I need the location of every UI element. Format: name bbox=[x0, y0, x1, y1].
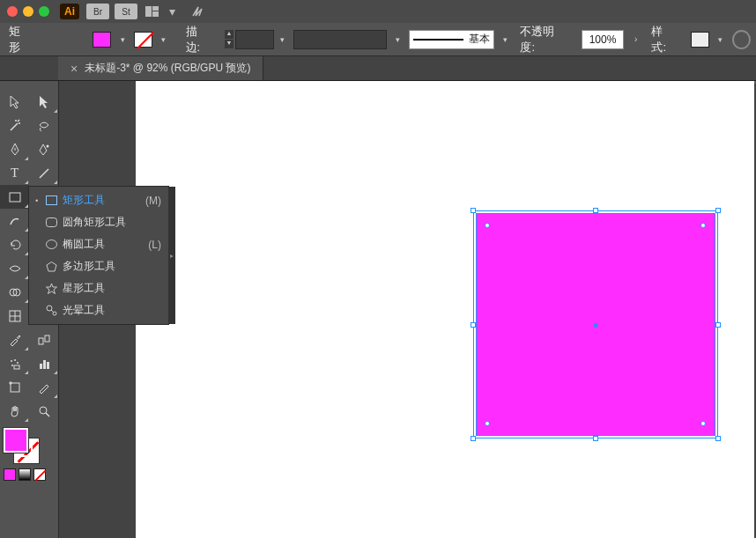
document-tab[interactable]: × 未标题-3* @ 92% (RGB/GPU 预览) bbox=[58, 56, 263, 80]
flyout-item-rounded-rectangle[interactable]: 圆角矩形工具 bbox=[29, 211, 168, 233]
stroke-weight-dropdown-icon[interactable]: ▾ bbox=[276, 32, 288, 48]
flyout-label: 多边形工具 bbox=[63, 259, 156, 274]
stroke-swatch[interactable] bbox=[134, 32, 152, 48]
shape-builder-tool[interactable] bbox=[0, 280, 29, 304]
os-titlebar: Ai Br St ▾ bbox=[0, 0, 756, 23]
selection-handle-mr[interactable] bbox=[715, 322, 721, 328]
flyout-label: 光晕工具 bbox=[63, 303, 156, 318]
canvas-area[interactable] bbox=[136, 81, 756, 538]
document-setup-icon[interactable] bbox=[732, 30, 751, 49]
line-segment-tool[interactable] bbox=[29, 161, 58, 185]
svg-rect-1 bbox=[152, 6, 159, 11]
flyout-item-polygon[interactable]: 多边形工具 bbox=[29, 255, 168, 277]
tab-title: 未标题-3* @ 92% (RGB/GPU 预览) bbox=[85, 61, 250, 76]
rectangle-tool[interactable] bbox=[0, 185, 29, 209]
flyout-item-star[interactable]: 星形工具 bbox=[29, 277, 168, 299]
svg-rect-2 bbox=[152, 11, 159, 17]
corner-widget-tr[interactable] bbox=[700, 223, 706, 228]
rotate-tool[interactable] bbox=[0, 232, 29, 256]
corner-widget-br[interactable] bbox=[700, 421, 706, 426]
selection-handle-tc[interactable] bbox=[593, 208, 598, 213]
blend-tool[interactable] bbox=[29, 328, 58, 351]
tab-close-icon[interactable]: × bbox=[70, 62, 78, 76]
width-tool[interactable] bbox=[0, 256, 29, 280]
opacity-input[interactable]: 100% bbox=[582, 30, 624, 49]
symbol-sprayer-tool[interactable] bbox=[0, 351, 29, 375]
fill-dropdown-icon[interactable]: ▾ bbox=[116, 32, 128, 48]
svg-rect-19 bbox=[39, 338, 43, 344]
direct-selection-tool[interactable] bbox=[29, 90, 58, 114]
shaper-tool[interactable] bbox=[0, 209, 29, 232]
stroke-profile-box[interactable]: 基本 bbox=[409, 30, 494, 49]
color-mode-solid[interactable] bbox=[4, 468, 16, 481]
flare-icon bbox=[45, 305, 57, 317]
pen-tool[interactable] bbox=[0, 137, 29, 161]
svg-rect-5 bbox=[10, 193, 20, 202]
selection-tool[interactable] bbox=[0, 90, 29, 114]
brush-dropdown-icon[interactable]: ▾ bbox=[392, 32, 404, 48]
style-dropdown-icon[interactable]: ▾ bbox=[715, 32, 726, 48]
selection-center-point bbox=[594, 323, 597, 327]
window-minimize-button[interactable] bbox=[23, 6, 33, 17]
arrange-documents-icon[interactable] bbox=[143, 6, 162, 17]
color-mode-none[interactable] bbox=[33, 468, 46, 481]
svg-line-4 bbox=[40, 169, 48, 178]
flyout-label: 矩形工具 bbox=[63, 193, 140, 208]
svg-point-24 bbox=[11, 365, 13, 366]
polygon-icon bbox=[45, 261, 57, 273]
ellipse-icon bbox=[45, 239, 57, 251]
chevron-down-icon[interactable]: ▾ bbox=[162, 4, 182, 18]
selection-handle-br[interactable] bbox=[715, 436, 721, 441]
artboard-tool[interactable] bbox=[0, 375, 29, 399]
svg-point-32 bbox=[40, 407, 47, 414]
svg-rect-0 bbox=[145, 6, 152, 17]
eyedropper-tool[interactable] bbox=[0, 328, 29, 351]
fill-indicator[interactable] bbox=[4, 428, 28, 453]
svg-line-41 bbox=[51, 310, 54, 313]
magic-wand-tool[interactable] bbox=[0, 114, 29, 137]
zoom-tool[interactable] bbox=[29, 399, 58, 423]
slice-tool[interactable] bbox=[29, 375, 58, 399]
object-type-label: 矩形 bbox=[5, 24, 40, 55]
traffic-lights bbox=[7, 6, 49, 17]
flyout-item-flare[interactable]: 光晕工具 bbox=[29, 299, 168, 321]
corner-widget-tl[interactable] bbox=[485, 223, 490, 228]
selection-handle-tr[interactable] bbox=[715, 208, 721, 213]
svg-point-22 bbox=[14, 359, 16, 361]
selection-handle-ml[interactable] bbox=[471, 322, 476, 328]
fill-swatch[interactable] bbox=[93, 32, 111, 48]
graphic-style-swatch[interactable] bbox=[691, 32, 709, 48]
window-zoom-button[interactable] bbox=[39, 6, 49, 17]
stroke-profile-dropdown-icon[interactable]: ▾ bbox=[500, 32, 511, 48]
color-mode-gradient[interactable] bbox=[19, 468, 31, 481]
svg-point-3 bbox=[46, 144, 48, 147]
hand-tool[interactable] bbox=[0, 399, 29, 423]
stroke-dropdown-icon[interactable]: ▾ bbox=[158, 32, 169, 48]
opacity-chevron-icon[interactable]: › bbox=[629, 30, 642, 49]
selection-handle-bc[interactable] bbox=[593, 436, 598, 441]
lasso-tool[interactable] bbox=[29, 114, 58, 137]
mesh-tool[interactable] bbox=[0, 304, 29, 328]
flyout-item-rectangle[interactable]: ▪ 矩形工具 (M) bbox=[29, 189, 168, 211]
flyout-tearoff-handle[interactable]: ▸ bbox=[168, 187, 175, 324]
window-close-button[interactable] bbox=[7, 6, 18, 17]
flyout-item-ellipse[interactable]: 椭圆工具 (L) bbox=[29, 233, 168, 255]
brush-definition-box[interactable] bbox=[293, 30, 387, 49]
corner-widget-bl[interactable] bbox=[485, 421, 490, 426]
bridge-button[interactable]: Br bbox=[86, 4, 109, 19]
flyout-shortcut: (L) bbox=[148, 239, 161, 251]
fill-stroke-indicator[interactable] bbox=[4, 428, 39, 463]
shape-tools-flyout: ▪ 矩形工具 (M) 圆角矩形工具 椭圆工具 (L) 多边形工具 星形工具 光晕… bbox=[28, 186, 169, 325]
gpu-preview-icon[interactable] bbox=[189, 5, 208, 18]
type-tool[interactable]: T bbox=[0, 161, 29, 185]
stroke-weight-stepper[interactable]: ▲▼ ▾ bbox=[225, 30, 288, 49]
column-graph-tool[interactable] bbox=[29, 351, 58, 375]
stroke-weight-input[interactable] bbox=[235, 30, 274, 49]
selection-handle-tl[interactable] bbox=[471, 208, 476, 213]
stroke-label: 描边: bbox=[182, 24, 220, 55]
selection-handle-bl[interactable] bbox=[471, 436, 476, 441]
stock-button[interactable]: St bbox=[115, 4, 137, 19]
svg-rect-27 bbox=[43, 360, 46, 369]
curvature-tool[interactable] bbox=[29, 137, 58, 161]
opacity-label: 不透明度: bbox=[516, 24, 576, 55]
